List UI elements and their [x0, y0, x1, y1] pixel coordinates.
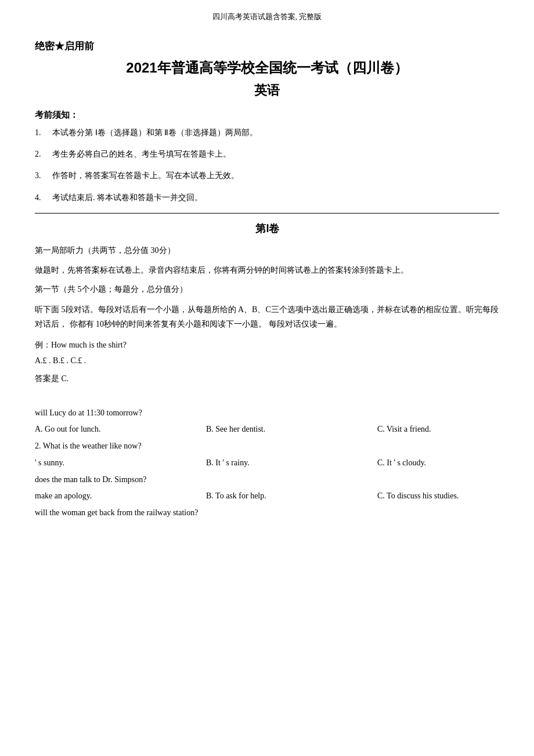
- q1-option-b: B. See her dentist.: [206, 421, 322, 437]
- top-title: 四川高考英语试题含答案, 完整版: [35, 12, 499, 22]
- notice-item-2: 2. 考生务必将自己的姓名、考生号填写在答题卡上。: [35, 147, 499, 161]
- section-note: 第一节（共 5个小题；每题分，总分值分）: [35, 283, 499, 296]
- part1-note: 做题时，先将答案标在试卷上。录音内容结束后，你将有两分钟的时间将试卷上的答案转涂…: [35, 263, 499, 277]
- part1-title: 第一局部听力（共两节，总分值 30分）: [35, 244, 499, 258]
- q3-option-c: C. To discuss his studies.: [377, 488, 493, 504]
- notice-num-1: 1.: [35, 125, 52, 140]
- divider-1: [35, 213, 499, 214]
- q3-option-b: B. To ask for help.: [206, 488, 322, 504]
- q2-option-a: ' s sunny.: [35, 455, 151, 471]
- question-2-options: ' s sunny. B. It ' s rainy. C. It ' s cl…: [35, 455, 499, 471]
- q1-option-a: A. Go out for lunch.: [35, 421, 151, 437]
- q1-option-c: C. Visit a friend.: [377, 421, 493, 437]
- notice-num-2: 2.: [35, 147, 52, 161]
- notice-text-3: 作答时，将答案写在答题卡上。写在本试卷上无效。: [52, 168, 239, 183]
- question-4-row: will the woman get back from the railway…: [35, 504, 499, 521]
- notice-item-3: 3. 作答时，将答案写在答题卡上。写在本试卷上无效。: [35, 168, 499, 183]
- example-block: 例：How much is the shirt? A.£ . B.£ . C.£…: [35, 338, 499, 368]
- question-3-options: make an apology. B. To ask for help. C. …: [35, 488, 499, 504]
- question-3-text: does the man talk to Dr. Simpson?: [35, 475, 146, 484]
- blank-spacer: [35, 392, 499, 400]
- q3-option-a: make an apology.: [35, 488, 151, 504]
- question-3-row: does the man talk to Dr. Simpson?: [35, 471, 499, 488]
- example-options: A.£ . B.£ . C.£ .: [35, 353, 499, 368]
- notice-item-1: 1. 本试卷分第 Ⅰ卷（选择题）和第 Ⅱ卷（非选择题）两局部。: [35, 125, 499, 140]
- q2-option-c: C. It ' s cloudy.: [377, 455, 493, 471]
- questions-section: will Lucy do at 11:30 tomorrow? A. Go ou…: [35, 404, 499, 522]
- example-question: 例：How much is the shirt?: [35, 338, 499, 352]
- q2-option-b: B. It ' s rainy.: [206, 455, 322, 471]
- answer-line: 答案是 C.: [35, 371, 499, 386]
- secret-mark: 绝密★启用前: [35, 39, 499, 53]
- question-1-text: will Lucy do at 11:30 tomorrow?: [35, 408, 142, 417]
- question-2-row: 2. What is the weather like now?: [35, 437, 499, 454]
- question-4-text: will the woman get back from the railway…: [35, 508, 198, 517]
- question-1-row: will Lucy do at 11:30 tomorrow?: [35, 404, 499, 421]
- notice-text-4: 考试结束后. 将本试卷和答题卡一并交回。: [52, 190, 203, 205]
- question-2-number: 2.: [35, 442, 43, 450]
- notice-num-4: 4.: [35, 190, 52, 205]
- question-instruction: 听下面 5段对话。每段对话后有一个小题，从每题所给的 A、B、C三个选项中选出最…: [35, 302, 499, 331]
- page: 四川高考英语试题含答案, 完整版 绝密★启用前 2021年普通高等学校全国统一考…: [0, 0, 534, 756]
- section1-title: 第Ⅰ卷: [35, 222, 499, 236]
- notice-item-4: 4. 考试结束后. 将本试卷和答题卡一并交回。: [35, 190, 499, 205]
- question-1-options: A. Go out for lunch. B. See her dentist.…: [35, 421, 499, 437]
- exam-subject: 英语: [35, 82, 499, 99]
- question-2-text: What is the weather like now?: [43, 442, 142, 450]
- notice-title: 考前须知：: [35, 110, 499, 121]
- notice-num-3: 3.: [35, 168, 52, 183]
- notice-text-1: 本试卷分第 Ⅰ卷（选择题）和第 Ⅱ卷（非选择题）两局部。: [52, 125, 258, 140]
- exam-title: 2021年普通高等学校全国统一考试（四川卷）: [35, 59, 499, 77]
- notice-text-2: 考生务必将自己的姓名、考生号填写在答题卡上。: [52, 147, 231, 161]
